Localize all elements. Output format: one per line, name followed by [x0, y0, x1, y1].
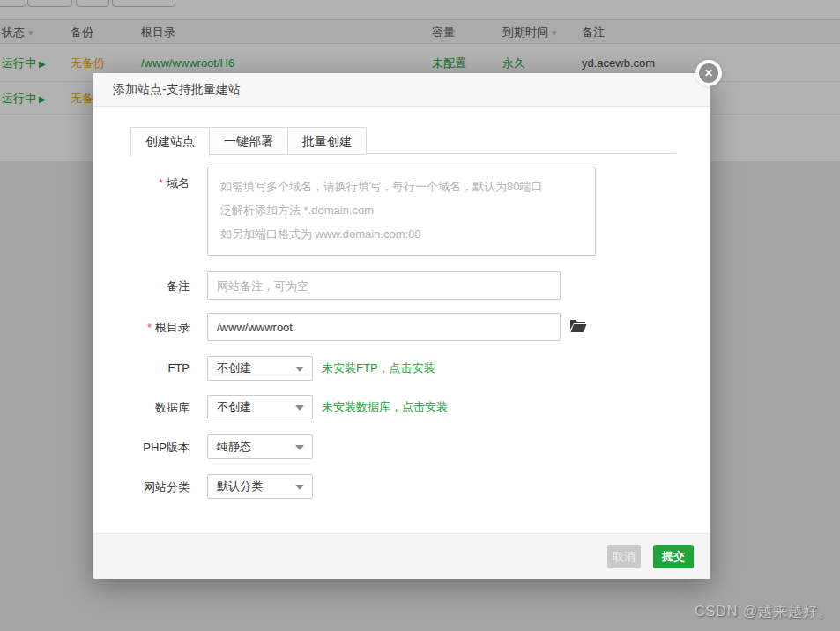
close-icon: ✕ — [699, 63, 718, 83]
domain-textarea[interactable]: 如需填写多个域名，请换行填写，每行一个域名，默认为80端口 泛解析添加方法 *.… — [207, 167, 596, 256]
rootdir-input[interactable] — [207, 313, 561, 341]
site-category-select[interactable]: 默认分类 — [207, 474, 313, 499]
tab-bar: 创建站点 一键部署 批量创建 — [130, 127, 367, 156]
note-input[interactable] — [207, 271, 561, 300]
database-label: 数据库 — [93, 400, 190, 416]
required-marker: * — [147, 322, 152, 334]
tab-one-click-deploy[interactable]: 一键部署 — [209, 127, 288, 155]
database-select[interactable]: 不创建 — [207, 395, 313, 419]
ftp-select[interactable]: 不创建 — [207, 356, 313, 381]
folder-icon — [569, 319, 587, 333]
chevron-down-icon — [295, 405, 304, 411]
browse-folder-button[interactable] — [568, 318, 589, 336]
chevron-down-icon — [295, 367, 304, 372]
domain-placeholder-line: 泛解析添加方法 *.domain.com — [220, 198, 583, 222]
domain-label: *域名 — [93, 175, 190, 191]
modal-footer: 取消 提交 — [93, 533, 710, 579]
modal-title: 添加站点-支持批量建站 — [93, 73, 710, 107]
add-site-modal: ✕ 添加站点-支持批量建站 创建站点 一键部署 批量创建 *域名 如需填写多个域… — [93, 73, 710, 579]
cancel-button[interactable]: 取消 — [607, 545, 641, 568]
tab-create-site[interactable]: 创建站点 — [130, 127, 210, 156]
tab-batch-create[interactable]: 批量创建 — [287, 127, 367, 155]
ftp-install-link[interactable]: 未安装FTP，点击安装 — [322, 356, 435, 381]
domain-placeholder-line: 如需填写多个域名，请换行填写，每行一个域名，默认为80端口 — [220, 174, 583, 198]
screen: 状态▾ 备份 根目录 容量 到期时间▾ 备注 运行中▶ 无备份 /www/www… — [0, 0, 840, 631]
ftp-label: FTP — [93, 361, 190, 375]
required-marker: * — [159, 177, 163, 189]
note-label: 备注 — [93, 278, 190, 294]
database-install-link[interactable]: 未安装数据库，点击安装 — [322, 395, 448, 419]
rootdir-label: *根目录 — [93, 320, 190, 336]
chevron-down-icon — [295, 485, 304, 490]
csdn-watermark: CSDN @越来越好。 — [695, 603, 833, 621]
chevron-down-icon — [295, 445, 304, 450]
domain-placeholder-line: 如另加端口格式为 www.domain.com:88 — [220, 222, 583, 246]
php-version-select[interactable]: 纯静态 — [207, 434, 313, 459]
submit-button[interactable]: 提交 — [653, 545, 694, 568]
php-version-label: PHP版本 — [93, 440, 190, 456]
close-button[interactable]: ✕ — [695, 60, 722, 86]
site-category-label: 网站分类 — [93, 479, 190, 495]
